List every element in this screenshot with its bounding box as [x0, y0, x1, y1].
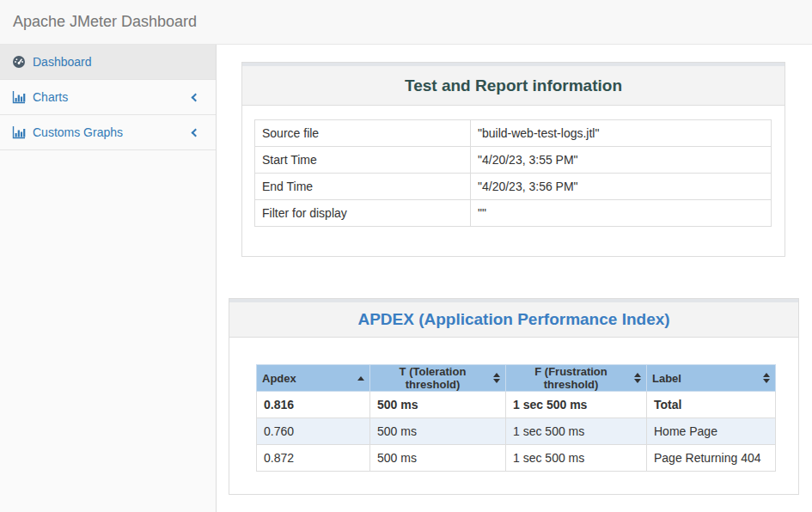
frustration-value: 1 sec 500 ms: [506, 392, 647, 418]
toleration-value: 500 ms: [370, 418, 506, 445]
bar-chart-icon: [12, 125, 26, 139]
info-value: "build-web-test-logs.jtl": [471, 120, 772, 147]
apdex-card-header: APDEX (Application Performance Index): [229, 302, 798, 338]
sidebar-item-customs-graphs[interactable]: Customs Graphs: [0, 115, 216, 150]
main-content: Test and Report information Source file …: [217, 45, 812, 512]
column-header-apdex[interactable]: Apdex: [257, 365, 370, 392]
info-card-body: Source file "build-web-test-logs.jtl" St…: [242, 106, 785, 227]
frustration-value: 1 sec 500 ms: [506, 445, 647, 472]
info-card-title: Test and Report information: [405, 76, 622, 95]
sort-both-icon: [634, 373, 641, 383]
sidebar-item-label: Charts: [33, 90, 192, 104]
info-label: Start Time: [255, 147, 471, 174]
apdex-table: Apdex T (Toleration threshold): [256, 364, 776, 472]
table-row: End Time "4/20/23, 3:56 PM": [255, 174, 772, 200]
apdex-value: 0.760: [257, 418, 370, 445]
info-label: End Time: [255, 174, 471, 200]
toleration-value: 500 ms: [370, 445, 506, 472]
column-label: F (Frustration threshold): [511, 365, 631, 391]
label-value: Home Page: [647, 418, 776, 445]
table-row: Start Time "4/20/23, 3:55 PM": [255, 147, 772, 174]
label-value: Total: [647, 392, 776, 418]
info-value: "4/20/23, 3:55 PM": [471, 147, 772, 174]
table-row: Filter for display "": [255, 200, 772, 227]
sort-both-icon: [493, 373, 500, 383]
info-label: Source file: [255, 120, 471, 147]
sidebar-item-label: Dashboard: [33, 55, 204, 69]
info-card-header: Test and Report information: [242, 66, 785, 106]
top-navbar: Apache JMeter Dashboard: [0, 0, 812, 45]
apdex-card-body: Apdex T (Toleration threshold): [229, 338, 798, 472]
column-header-toleration[interactable]: T (Toleration threshold): [370, 365, 506, 392]
column-header-frustration[interactable]: F (Frustration threshold): [506, 365, 647, 392]
sidebar-item-label: Customs Graphs: [33, 125, 192, 139]
apdex-row: 0.872 500 ms 1 sec 500 ms Page Returning…: [257, 445, 776, 472]
column-label: T (Toleration threshold): [375, 365, 490, 391]
apdex-value: 0.872: [257, 445, 370, 472]
app-title: Apache JMeter Dashboard: [0, 13, 197, 31]
sort-both-icon: [763, 373, 770, 383]
bar-chart-icon: [12, 90, 26, 104]
apdex-row-total: 0.816 500 ms 1 sec 500 ms Total: [257, 392, 776, 418]
chevron-left-icon: [192, 93, 200, 101]
info-value: "4/20/23, 3:56 PM": [471, 174, 772, 200]
dashboard-gauge-icon: [12, 55, 26, 69]
column-label: Label: [652, 372, 681, 385]
sidebar: Dashboard Charts Customs Graphs: [0, 45, 217, 512]
sidebar-item-dashboard[interactable]: Dashboard: [0, 45, 216, 80]
sidebar-item-charts[interactable]: Charts: [0, 80, 216, 115]
column-header-label[interactable]: Label: [647, 365, 776, 392]
frustration-value: 1 sec 500 ms: [506, 418, 647, 445]
chevron-left-icon: [192, 128, 200, 137]
apdex-card: APDEX (Application Performance Index) Ap…: [229, 298, 799, 495]
info-value: "": [471, 200, 772, 227]
column-label: Apdex: [262, 372, 296, 385]
sort-asc-icon: [357, 376, 364, 381]
info-label: Filter for display: [255, 200, 471, 227]
apdex-row: 0.760 500 ms 1 sec 500 ms Home Page: [257, 418, 776, 445]
table-row: Source file "build-web-test-logs.jtl": [255, 120, 772, 147]
test-report-info-table: Source file "build-web-test-logs.jtl" St…: [254, 119, 772, 227]
apdex-card-title: APDEX (Application Performance Index): [357, 310, 669, 329]
apdex-header-row: Apdex T (Toleration threshold): [257, 365, 776, 392]
test-report-info-card: Test and Report information Source file …: [241, 62, 785, 257]
label-value: Page Returning 404: [647, 445, 776, 472]
toleration-value: 500 ms: [370, 392, 506, 418]
apdex-value: 0.816: [257, 392, 370, 418]
